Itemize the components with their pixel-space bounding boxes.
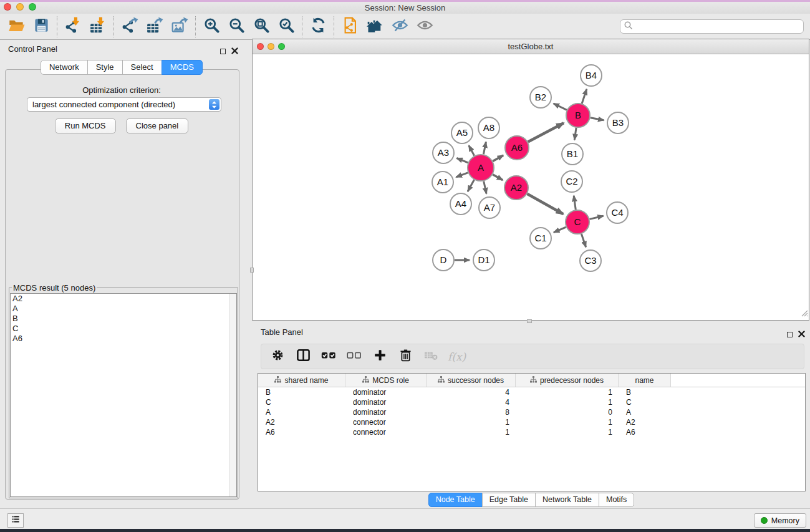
export-image-button[interactable] <box>167 16 192 38</box>
table-row[interactable]: A2connector11A2 <box>258 417 805 427</box>
edge-C-C1[interactable] <box>554 227 566 233</box>
node-B[interactable]: B <box>566 104 590 127</box>
table-cell[interactable]: 1 <box>516 397 619 407</box>
search-input[interactable] <box>634 21 803 32</box>
edge-B-B3[interactable] <box>591 118 604 120</box>
tab-style[interactable]: Style <box>87 60 123 75</box>
table-cell[interactable]: dominator <box>345 407 427 417</box>
import-table-button[interactable] <box>85 16 110 38</box>
node-C3[interactable]: C3 <box>580 250 601 271</box>
tab-select[interactable]: Select <box>122 60 162 75</box>
node-D1[interactable]: D1 <box>473 249 494 271</box>
edge-C-C4[interactable] <box>590 216 604 219</box>
edge-A-A8[interactable] <box>483 142 486 155</box>
table-row[interactable]: Adominator80A <box>258 407 805 417</box>
node-B4[interactable]: B4 <box>581 65 602 86</box>
node-D[interactable]: D <box>433 249 454 271</box>
zoom-selected-button[interactable] <box>274 16 299 38</box>
table-tab-node-table[interactable]: Node Table <box>428 493 483 507</box>
edge-A-A7[interactable] <box>484 181 486 194</box>
table-row[interactable]: Cdominator41C <box>258 397 805 407</box>
node-A3[interactable]: A3 <box>433 142 454 163</box>
column-header-MCDS-role[interactable]: MCDS role <box>345 374 427 387</box>
table-cell[interactable]: 8 <box>427 407 516 417</box>
zoom-in-button[interactable] <box>199 16 224 38</box>
table-cell[interactable]: A6 <box>619 427 671 437</box>
table-cell[interactable]: 1 <box>516 417 619 427</box>
mcds-result-item[interactable]: A <box>11 304 236 314</box>
resize-grip-icon[interactable] <box>800 308 808 319</box>
delete-button[interactable] <box>397 347 414 366</box>
edge-C-C3[interactable] <box>581 234 586 247</box>
node-A1[interactable]: A1 <box>432 172 453 193</box>
deselect-all-button[interactable] <box>345 347 363 366</box>
network-window-titlebar[interactable]: testGlobe.txt <box>253 39 809 54</box>
close-panel-icon[interactable] <box>231 46 238 57</box>
gear-button[interactable] <box>269 347 286 366</box>
edge-A6-B[interactable] <box>528 123 564 142</box>
close-panel-button[interactable]: Close panel <box>126 118 189 133</box>
table-tab-edge-table[interactable]: Edge Table <box>482 493 536 507</box>
edge-C-C2[interactable] <box>574 196 576 210</box>
table-cell[interactable]: C <box>258 397 345 407</box>
export-table-button[interactable] <box>142 16 167 38</box>
table-cell[interactable]: 1 <box>427 417 516 427</box>
save-button[interactable] <box>29 16 54 38</box>
table-cell[interactable]: dominator <box>345 397 427 407</box>
add-button[interactable] <box>371 347 388 366</box>
import-network-button[interactable] <box>60 16 85 38</box>
table-cell[interactable]: A6 <box>258 427 345 437</box>
run-mcds-button[interactable]: Run MCDS <box>55 118 116 133</box>
hide-graphics-button[interactable] <box>387 16 412 38</box>
mcds-result-list[interactable]: A2ABCA6 <box>10 293 237 497</box>
frame-resize-tick-left[interactable] <box>250 268 254 273</box>
table-float-panel-icon[interactable] <box>787 332 793 337</box>
table-cell[interactable]: A <box>258 407 345 417</box>
memory-button[interactable]: Memory <box>754 513 806 528</box>
edge-B-B1[interactable] <box>574 128 576 140</box>
table-cell[interactable]: A2 <box>258 417 345 427</box>
node-C[interactable]: C <box>566 210 589 234</box>
column-header-shared-name[interactable]: shared name <box>258 374 345 387</box>
table-cell[interactable]: 1 <box>427 427 516 437</box>
table-cell[interactable]: A2 <box>619 417 671 427</box>
zoom-out-button[interactable] <box>224 16 249 38</box>
table-cell[interactable]: connector <box>345 417 427 427</box>
float-panel-icon[interactable] <box>220 49 226 54</box>
table-cell[interactable]: 0 <box>516 407 619 417</box>
table-cell[interactable]: 4 <box>427 397 516 407</box>
table-row[interactable]: Bdominator41B <box>258 387 805 397</box>
home-button[interactable] <box>362 16 387 38</box>
search-field[interactable] <box>620 19 804 34</box>
criterion-select[interactable]: largest connected component (directed) <box>27 97 221 112</box>
edge-A2-C[interactable] <box>527 194 563 215</box>
show-graphics-button[interactable] <box>412 16 437 38</box>
node-A[interactable]: A <box>468 155 494 181</box>
node-A4[interactable]: A4 <box>450 193 471 215</box>
node-C4[interactable]: C4 <box>607 202 628 223</box>
table-cell[interactable]: 4 <box>427 387 516 397</box>
table-close-panel-icon[interactable] <box>798 329 805 340</box>
node-B2[interactable]: B2 <box>530 87 551 108</box>
node-C2[interactable]: C2 <box>561 171 582 192</box>
mcds-result-item[interactable]: C <box>11 324 236 334</box>
edge-A-A2[interactable] <box>493 175 503 180</box>
node-A5[interactable]: A5 <box>451 122 473 143</box>
edge-A-A4[interactable] <box>468 180 474 191</box>
select-all-button[interactable] <box>320 347 337 366</box>
edge-A-A3[interactable] <box>456 158 468 163</box>
edge-A-A6[interactable] <box>493 155 503 161</box>
edge-A-A5[interactable] <box>469 145 475 155</box>
network-file-button[interactable] <box>337 16 362 38</box>
tab-mcds[interactable]: MCDS <box>162 60 203 75</box>
table-tab-network-table[interactable]: Network Table <box>535 493 599 507</box>
node-C1[interactable]: C1 <box>530 228 551 249</box>
network-canvas[interactable]: B4B2BB3A8A5A6A3B1AA1C2A2A4A7C4CC1C3DD1 <box>253 54 809 320</box>
table-cell[interactable]: connector <box>345 427 427 437</box>
mcds-result-item[interactable]: B <box>11 314 236 324</box>
table-cell[interactable]: dominator <box>345 387 427 397</box>
table-cell[interactable]: C <box>619 397 671 407</box>
edge-B-B2[interactable] <box>554 104 567 110</box>
node-B3[interactable]: B3 <box>607 112 629 133</box>
open-button[interactable] <box>4 16 29 38</box>
